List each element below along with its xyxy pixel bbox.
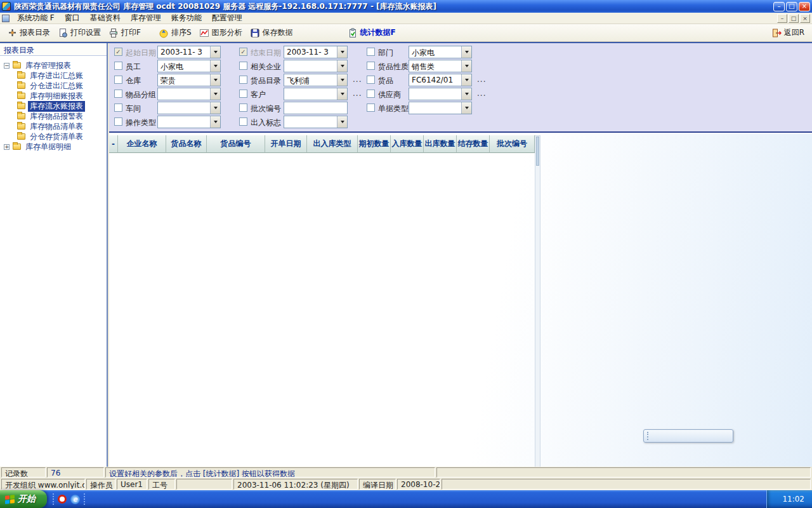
tree-item-label: 库存物品报警表 xyxy=(28,111,85,122)
tree-item[interactable]: 库存物品清单表 xyxy=(0,121,107,131)
menu-item-5[interactable]: 账务功能 xyxy=(166,12,207,24)
stats-data-button[interactable]: 统计数据F xyxy=(344,26,400,39)
combo-dropdown-button[interactable] xyxy=(461,74,471,86)
print-button[interactable]: 打印F xyxy=(105,26,145,39)
print-button-label: 打印F xyxy=(121,27,141,38)
column-header-5[interactable]: 出入库类型 xyxy=(307,135,358,153)
vertical-scrollbar[interactable] xyxy=(535,135,540,508)
filter-checkbox-单据类型[interactable] xyxy=(367,104,375,112)
combo-dropdown-button[interactable] xyxy=(337,116,347,128)
tree-item[interactable]: 库存流水账报表 xyxy=(0,101,107,111)
folder-icon xyxy=(17,83,25,89)
column-header-8[interactable]: 出库数量 xyxy=(424,135,457,153)
more-button[interactable]: ... xyxy=(477,75,486,84)
filter-label: 单据类型 xyxy=(378,104,409,114)
combo-value xyxy=(409,88,461,100)
menu-item-2[interactable]: 窗口 xyxy=(60,12,85,24)
mdi-close-button[interactable]: × xyxy=(800,14,810,23)
operator-name: User1 xyxy=(117,479,147,490)
child-window-icon xyxy=(2,15,10,22)
chart-analysis-button[interactable]: 图形分析 xyxy=(195,26,246,39)
report-tree: −库存管理报表库存进出汇总账分仓进出汇总账库存明细账报表库存流水账报表库存物品报… xyxy=(0,56,107,152)
mdi-restore-button[interactable]: □ xyxy=(789,14,799,23)
quicklaunch-icon-1[interactable] xyxy=(58,495,67,504)
filter-combo-单据类型[interactable] xyxy=(409,102,472,114)
filter-combo-供应商[interactable] xyxy=(409,88,472,100)
filter-checkbox-货品[interactable] xyxy=(367,76,375,84)
save-icon xyxy=(250,28,260,38)
menu-item-6[interactable]: 配置管理 xyxy=(207,12,247,24)
filter-单据类型: 单据类型 xyxy=(109,102,812,114)
menu-item-3[interactable]: 基础资料 xyxy=(85,12,126,24)
combo-dropdown-button[interactable] xyxy=(461,60,471,72)
more-button[interactable]: ... xyxy=(477,89,486,98)
close-button[interactable]: × xyxy=(799,2,810,11)
column-header-9[interactable]: 结存数量 xyxy=(457,135,490,153)
stats-icon xyxy=(348,28,358,38)
combo-value: 小家电 xyxy=(409,46,461,58)
filter-combo-出入标志[interactable] xyxy=(284,116,348,128)
column-header-0[interactable]: - xyxy=(109,135,118,153)
quicklaunch-icon-2[interactable]: e xyxy=(70,495,80,504)
sort-button[interactable]: 排序S xyxy=(155,26,195,39)
chevron-down-icon xyxy=(465,51,469,53)
column-header-10[interactable]: 批次编号 xyxy=(490,135,535,153)
tree-item-label: 库存进出汇总账 xyxy=(28,70,85,81)
system-tray: 11:02 xyxy=(766,490,812,508)
sidebar-header: 报表目录 xyxy=(0,43,107,56)
filter-checkbox-货品性质[interactable] xyxy=(367,62,375,70)
folder-icon xyxy=(17,123,25,130)
tree-item[interactable]: 库存进出汇总账 xyxy=(0,70,107,81)
back-button[interactable]: 返回R xyxy=(768,26,808,39)
tree-node-2[interactable]: +库存单据明细 xyxy=(0,142,107,152)
tree-item[interactable]: 库存明细账报表 xyxy=(0,91,107,101)
filter-combo-部门[interactable]: 小家电 xyxy=(409,46,472,58)
app-window: 陕西荣贵通讯器材有限责任公司 库存管理 ocdt 20081029 服务器 远程… xyxy=(0,0,812,508)
menu-item-4[interactable]: 库存管理 xyxy=(126,12,166,24)
tree-item[interactable]: 分仓进出汇总账 xyxy=(0,81,107,91)
filter-checkbox-供应商[interactable] xyxy=(367,90,375,98)
compile-date: 2008-10-29 xyxy=(397,479,440,490)
column-header-6[interactable]: 期初数量 xyxy=(358,135,391,153)
collapse-icon[interactable]: − xyxy=(4,63,10,69)
report-catalog-sidebar: 报表目录 −库存管理报表库存进出汇总账分仓进出汇总账库存明细账报表库存流水账报表… xyxy=(0,43,108,467)
print-setup-button-label: 打印设置 xyxy=(70,27,101,38)
filter-checkbox-部门[interactable] xyxy=(367,48,375,56)
mdi-minimize-button[interactable]: – xyxy=(777,14,787,23)
start-button[interactable]: 开始 xyxy=(0,490,47,508)
chevron-down-icon xyxy=(341,121,344,123)
filter-checkbox-出入标志[interactable] xyxy=(239,117,247,126)
filter-combo-货品[interactable]: FC6142/01 xyxy=(409,74,472,86)
menu-item-1[interactable]: 系统功能 F xyxy=(12,12,60,24)
filter-combo-货品性质[interactable]: 销售类 xyxy=(409,60,472,72)
save-data-button[interactable]: 保存数据 xyxy=(246,26,297,39)
status-datetime: 2003-11-06 11:02:23 (星期四) xyxy=(233,479,358,490)
tree-node-1[interactable]: −库存管理报表 xyxy=(0,60,107,70)
column-header-7[interactable]: 入库数量 xyxy=(391,135,424,153)
tree-item[interactable]: 分仓存货清单表 xyxy=(0,131,107,142)
column-header-4[interactable]: 开单日期 xyxy=(265,135,307,153)
combo-dropdown-button[interactable] xyxy=(461,102,471,114)
column-header-3[interactable]: 货品编号 xyxy=(207,135,265,153)
filter-货品: 货品FC6142/01... xyxy=(109,74,812,86)
minimize-button[interactable]: – xyxy=(773,2,785,11)
menu-bar: 系统功能 F窗口基础资料库存管理账务功能配置管理 – □ × xyxy=(0,13,812,24)
sort-icon xyxy=(159,28,169,38)
tree-item[interactable]: 库存物品报警表 xyxy=(0,111,107,121)
quicklaunch-separator xyxy=(53,493,54,505)
chevron-down-icon xyxy=(465,93,469,95)
column-header-1[interactable]: 企业名称 xyxy=(118,135,166,153)
expand-icon[interactable]: + xyxy=(4,144,10,150)
sort-button-label: 排序S xyxy=(171,27,192,38)
column-header-2[interactable]: 货品名称 xyxy=(166,135,207,153)
report-catalog-button[interactable]: 报表目录 xyxy=(4,26,54,39)
ime-grip-handle[interactable] xyxy=(647,432,649,440)
restore-button[interactable]: □ xyxy=(786,2,797,11)
stats-data-button-label: 统计数据F xyxy=(360,27,396,38)
combo-dropdown-button[interactable] xyxy=(461,46,471,58)
table-header-row: -企业名称货品名称货品编号开单日期出入库类型期初数量入库数量出库数量结存数量批次… xyxy=(109,135,535,153)
print-setup-button[interactable]: 打印设置 xyxy=(54,26,105,39)
combo-dropdown-button[interactable] xyxy=(461,88,471,100)
compile-date-label: 编译日期 xyxy=(359,479,396,490)
combo-value xyxy=(409,102,461,114)
